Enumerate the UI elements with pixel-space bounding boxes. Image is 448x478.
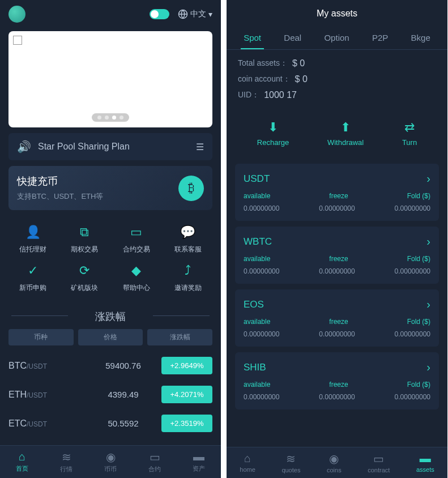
nav-coins[interactable]: ◉coins	[327, 452, 342, 473]
coin-card[interactable]: EOS › available freeze Fold ($) 0.000000…	[235, 289, 439, 347]
menu-label: 矿机版块	[71, 283, 98, 293]
coin-symbol: USDT	[244, 173, 270, 185]
language-selector[interactable]: 中文 ▾	[178, 9, 212, 19]
tab-spot[interactable]: Spot	[241, 27, 264, 49]
right-app-screen: My assets Spot Deal Option P2P Bkge Tota…	[227, 0, 447, 478]
col-fold: Fold ($)	[407, 318, 430, 326]
coin-card[interactable]: USDT › available freeze Fold ($) 0.00000…	[235, 164, 439, 221]
th-change[interactable]: 涨跌幅	[147, 329, 212, 345]
uid-value: 1000 17	[264, 90, 297, 100]
withdrawal-button[interactable]: ⬆Withdrawal	[327, 120, 364, 147]
tab-deal[interactable]: Deal	[281, 27, 304, 49]
th-price[interactable]: 价格	[78, 329, 143, 345]
coin-card[interactable]: WBTC › available freeze Fold ($) 0.00000…	[235, 227, 439, 284]
chevron-right-icon: ›	[426, 172, 430, 185]
nav-label: contract	[368, 467, 390, 473]
carousel-banner[interactable]	[8, 31, 212, 127]
coin-row[interactable]: BTC/USDT 59400.76 +2.9649%	[0, 351, 221, 380]
dot[interactable]	[105, 116, 109, 120]
menu-ipo[interactable]: ✓新币申购	[8, 263, 57, 293]
col-available: available	[244, 318, 270, 326]
home-icon: ⌂	[19, 450, 25, 463]
avatar[interactable]	[8, 6, 25, 23]
globe-icon	[178, 9, 188, 19]
recharge-button[interactable]: ⬇Recharge	[257, 120, 289, 147]
val-fold: 0.00000000	[395, 267, 430, 275]
bottom-nav-left: ⌂首页 ≋行情 ◉币币 ▭合约 ▬资产	[0, 445, 221, 478]
col-fold: Fold ($)	[407, 381, 430, 389]
chevron-right-icon: ›	[426, 235, 430, 248]
col-freeze: freeze	[329, 381, 348, 389]
nav-contract[interactable]: ▭contract	[368, 452, 390, 473]
val-fold: 0.00000000	[395, 393, 430, 401]
speaker-icon: 🔊	[17, 140, 31, 153]
coin-sym: ETH	[8, 390, 27, 399]
page-title: My assets	[227, 0, 447, 27]
tab-p2p[interactable]: P2P	[369, 27, 391, 49]
coin-row[interactable]: ETH/USDT 4399.49 +4.2071%	[0, 380, 221, 409]
tab-option[interactable]: Option	[321, 27, 352, 49]
total-value: $ 0	[292, 58, 305, 69]
val-freeze: 0.00000000	[319, 204, 355, 212]
menu-label: 邀请奖励	[174, 283, 202, 293]
menu-trust[interactable]: 👤信托理财	[8, 224, 57, 254]
section-title: 涨跌幅	[0, 301, 221, 329]
nav-coins[interactable]: ◉币币	[104, 450, 117, 473]
header-right: 中文 ▾	[150, 9, 212, 19]
val-fold: 0.00000000	[395, 204, 430, 212]
dot[interactable]	[120, 116, 123, 120]
announcement-left: 🔊 Star Pool Sharing Plan	[17, 140, 130, 153]
deposit-title: 快捷充币	[17, 174, 103, 188]
invite-icon: ⤴	[180, 263, 196, 279]
nav-assets[interactable]: ▬资产	[193, 450, 205, 473]
quotes-icon: ≋	[286, 452, 296, 466]
nav-contract[interactable]: ▭合约	[148, 450, 161, 473]
dot[interactable]	[97, 116, 101, 120]
tab-bkge[interactable]: Bkge	[408, 27, 433, 49]
bitcoin-icon: ₿	[178, 176, 204, 201]
asset-tabs: Spot Deal Option P2P Bkge	[227, 27, 447, 50]
menu-invite[interactable]: ⤴邀请奖励	[164, 263, 212, 293]
val-freeze: 0.00000000	[319, 393, 355, 401]
nav-quotes[interactable]: ≋行情	[60, 450, 72, 473]
coin-card[interactable]: SHIB › available freeze Fold ($) 0.00000…	[235, 352, 439, 409]
val-available: 0.00000000	[244, 204, 279, 212]
th-symbol[interactable]: 币种	[8, 329, 74, 345]
theme-toggle[interactable]	[150, 9, 169, 19]
asset-summary: Total assets：$ 0 coin account：$ 0 UID：10…	[227, 50, 447, 114]
quick-deposit-card[interactable]: 快捷充币 支持BTC、USDT、ETH等 ₿	[8, 166, 212, 210]
total-label: Total assets：	[238, 58, 288, 69]
announcement-bar[interactable]: 🔊 Star Pool Sharing Plan ☰	[8, 133, 212, 160]
announcement-text: Star Pool Sharing Plan	[38, 142, 130, 152]
bottom-nav-right: ⌂home ≋quotes ◉coins ▭contract ▬assets	[227, 447, 447, 478]
turn-icon: ⇄	[404, 120, 415, 135]
menu-label: 信托理财	[19, 245, 46, 254]
deposit-text: 快捷充币 支持BTC、USDT、ETH等	[17, 174, 103, 202]
nav-label: home	[240, 466, 255, 473]
menu-help[interactable]: ◆帮助中心	[112, 263, 161, 293]
coin-price: 59400.76	[85, 361, 161, 370]
coin-symbol: SHIB	[244, 362, 266, 373]
change-badge: +2.9649%	[161, 357, 212, 374]
coins-icon: ◉	[329, 452, 339, 466]
menu-icon[interactable]: ☰	[196, 142, 204, 152]
col-freeze: freeze	[329, 192, 348, 200]
language-label: 中文	[190, 9, 206, 19]
nav-home[interactable]: ⌂首页	[16, 450, 28, 473]
menu-contract[interactable]: ▭合约交易	[112, 224, 161, 254]
menu-mining[interactable]: ⟳矿机版块	[60, 263, 109, 293]
menu-options[interactable]: ⧉期权交易	[60, 224, 109, 254]
nav-label: 币币	[104, 465, 117, 473]
dot-active[interactable]	[112, 116, 116, 120]
nav-home[interactable]: ⌂home	[240, 452, 255, 473]
menu-label: 帮助中心	[123, 283, 150, 293]
action-label: Turn	[402, 138, 417, 147]
coin-cards: USDT › available freeze Fold ($) 0.00000…	[227, 164, 447, 409]
coin-row[interactable]: ETC/USDT 50.5592 +2.3519%	[0, 409, 221, 438]
nav-quotes[interactable]: ≋quotes	[281, 452, 300, 473]
val-available: 0.00000000	[244, 393, 279, 401]
turn-button[interactable]: ⇄Turn	[402, 120, 417, 147]
menu-support[interactable]: 💬联系客服	[164, 224, 212, 254]
coin-pair: /USDT	[27, 362, 47, 370]
nav-assets[interactable]: ▬assets	[416, 452, 434, 473]
